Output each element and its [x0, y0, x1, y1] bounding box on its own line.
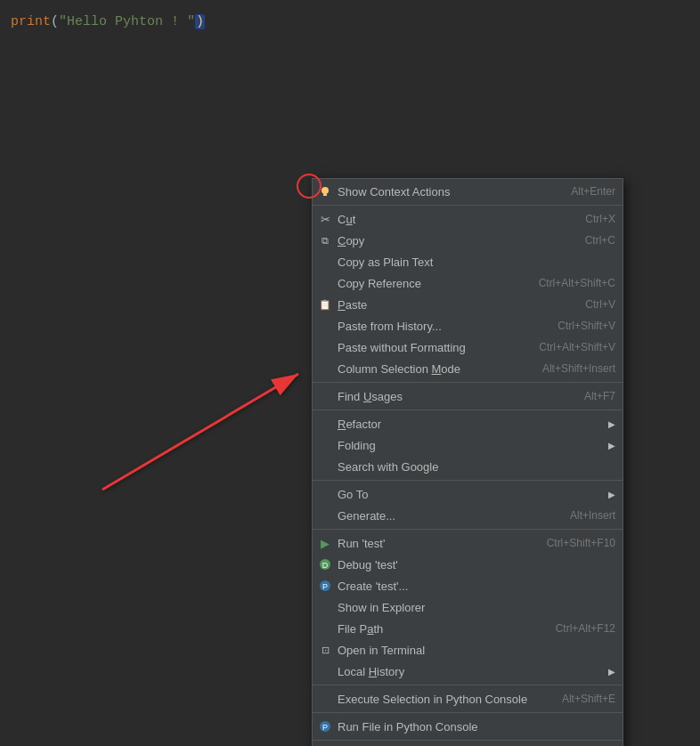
menu-item-open-terminal[interactable]: ⊡Open in Terminal	[313, 639, 623, 661]
separator-after-local-history	[313, 685, 623, 685]
menu-item-cut[interactable]: ✂CutCtrl+X	[313, 208, 623, 230]
copy-plain-text-label: Copy as Plain Text	[338, 255, 615, 269]
menu-item-copy[interactable]: ⧉CopyCtrl+C	[313, 230, 623, 251]
cut-label: Cut	[338, 213, 567, 226]
separator-after-search-google	[313, 480, 623, 481]
python-icon-svg: P	[319, 580, 331, 592]
folding-label: Folding	[338, 439, 601, 452]
copy-reference-label: Copy Reference	[338, 277, 521, 290]
menu-item-find-usages[interactable]: Find UsagesAlt+F7	[313, 385, 623, 407]
search-google-label: Search with Google	[338, 460, 615, 474]
svg-text:P: P	[322, 723, 328, 732]
column-selection-shortcut: Alt+Shift+Insert	[542, 362, 615, 375]
lightbulb-icon-svg	[319, 185, 331, 198]
menu-item-copy-reference[interactable]: Copy ReferenceCtrl+Alt+Shift+C	[313, 272, 623, 294]
paste-glyph: 📋	[319, 299, 331, 311]
svg-point-2	[322, 187, 329, 194]
separator-after-execute-selection	[313, 712, 623, 713]
run-test-label: Run 'test'	[338, 537, 529, 550]
menu-item-execute-selection[interactable]: Execute Selection in Python ConsoleAlt+S…	[313, 688, 623, 710]
debug-icon-svg: D	[319, 558, 331, 571]
menu-item-file-path[interactable]: File PathCtrl+Alt+F12	[313, 618, 623, 639]
local-history-submenu-arrow: ▶	[608, 667, 615, 677]
code-line: print("Hello Pyhton ! ")	[0, 9, 700, 36]
file-path-shortcut: Ctrl+Alt+F12	[556, 622, 615, 635]
find-usages-label: Find Usages	[338, 390, 566, 403]
selected-paren: )	[195, 14, 205, 29]
separator-after-generate	[313, 529, 623, 530]
separator-after-column-selection	[313, 382, 623, 383]
menu-item-run-test[interactable]: ▶Run 'test'Ctrl+Shift+F10	[313, 532, 623, 554]
scissors-glyph: ✂	[321, 213, 330, 226]
debug-test-label: Debug 'test'	[338, 558, 615, 572]
go-to-submenu-arrow: ▶	[608, 490, 615, 499]
copy-icon: ⧉	[318, 233, 332, 247]
run-file-console-icon: P	[318, 719, 332, 734]
paren-open: (	[51, 14, 59, 29]
paste-no-format-label: Paste without Formatting	[338, 341, 521, 354]
menu-item-debug-test[interactable]: DDebug 'test'	[313, 554, 623, 575]
keyword-print: print	[11, 14, 51, 29]
separator-after-run-file-console	[313, 740, 623, 741]
menu-item-generate[interactable]: Generate...Alt+Insert	[313, 505, 623, 526]
refactor-label: Refactor	[338, 418, 601, 431]
go-to-label: Go To	[338, 488, 601, 501]
paste-shortcut: Ctrl+V	[585, 298, 615, 311]
string-value: "Hello Pyhton ! "	[59, 14, 195, 29]
show-explorer-label: Show in Explorer	[338, 601, 615, 614]
paste-icon: 📋	[318, 297, 332, 312]
run-test-icon: ▶	[318, 536, 332, 550]
menu-item-create-test[interactable]: PCreate 'test'...	[313, 575, 623, 596]
show-context-actions-shortcut: Alt+Enter	[571, 185, 615, 198]
find-usages-shortcut: Alt+F7	[584, 390, 615, 402]
copy-shortcut: Ctrl+C	[585, 234, 615, 247]
execute-selection-label: Execute Selection in Python Console	[338, 693, 544, 706]
menu-item-search-google[interactable]: Search with Google	[313, 456, 623, 477]
paste-no-format-shortcut: Ctrl+Alt+Shift+V	[539, 341, 615, 353]
svg-rect-3	[323, 194, 327, 196]
paste-label: Paste	[338, 298, 567, 312]
menu-item-column-selection[interactable]: Column Selection ModeAlt+Shift+Insert	[313, 358, 623, 379]
copy-label: Copy	[338, 234, 567, 247]
separator-after-show-context-actions	[313, 205, 623, 206]
svg-text:D: D	[322, 561, 329, 570]
folding-submenu-arrow: ▶	[608, 441, 615, 450]
column-selection-label: Column Selection Mode	[338, 362, 525, 376]
local-history-label: Local History	[338, 665, 601, 678]
menu-item-copy-plain-text[interactable]: Copy as Plain Text	[313, 251, 623, 272]
menu-item-paste-history[interactable]: Paste from History...Ctrl+Shift+V	[313, 315, 623, 337]
debug-test-icon: D	[318, 557, 332, 572]
copy-reference-shortcut: Ctrl+Alt+Shift+C	[539, 277, 615, 289]
python-icon-svg: P	[319, 720, 331, 733]
context-menu: Show Context ActionsAlt+Enter✂CutCtrl+X⧉…	[312, 178, 623, 746]
generate-label: Generate...	[338, 509, 552, 523]
menu-item-go-to[interactable]: Go To▶	[313, 483, 623, 505]
paste-history-shortcut: Ctrl+Shift+V	[558, 320, 615, 332]
open-terminal-icon: ⊡	[318, 643, 332, 657]
svg-text:P: P	[322, 582, 328, 591]
file-path-label: File Path	[338, 622, 538, 636]
create-test-icon: P	[318, 579, 332, 593]
generate-shortcut: Alt+Insert	[570, 509, 615, 522]
create-test-label: Create 'test'...	[338, 580, 615, 593]
cut-icon: ✂	[318, 212, 332, 226]
menu-item-paste[interactable]: 📋PasteCtrl+V	[313, 294, 623, 315]
paste-history-label: Paste from History...	[338, 320, 540, 333]
show-context-actions-label: Show Context Actions	[338, 185, 553, 199]
run-triangle-icon: ▶	[321, 537, 330, 550]
open-terminal-label: Open in Terminal	[338, 644, 615, 657]
execute-selection-shortcut: Alt+Shift+E	[562, 693, 615, 705]
copy-glyph: ⧉	[322, 235, 329, 247]
menu-item-local-history[interactable]: Local History▶	[313, 661, 623, 682]
menu-item-paste-no-format[interactable]: Paste without FormattingCtrl+Alt+Shift+V	[313, 337, 623, 358]
menu-item-run-file-console[interactable]: PRun File in Python Console	[313, 716, 623, 737]
menu-item-refactor[interactable]: Refactor▶	[313, 413, 623, 434]
cut-shortcut: Ctrl+X	[585, 213, 615, 225]
menu-item-folding[interactable]: Folding▶	[313, 434, 623, 456]
run-test-shortcut: Ctrl+Shift+F10	[547, 537, 615, 549]
terminal-glyph: ⊡	[322, 645, 330, 656]
refactor-submenu-arrow: ▶	[608, 419, 615, 429]
menu-item-show-explorer[interactable]: Show in Explorer	[313, 596, 623, 618]
show-context-actions-icon	[318, 184, 332, 199]
menu-item-show-context-actions[interactable]: Show Context ActionsAlt+Enter	[313, 181, 623, 202]
